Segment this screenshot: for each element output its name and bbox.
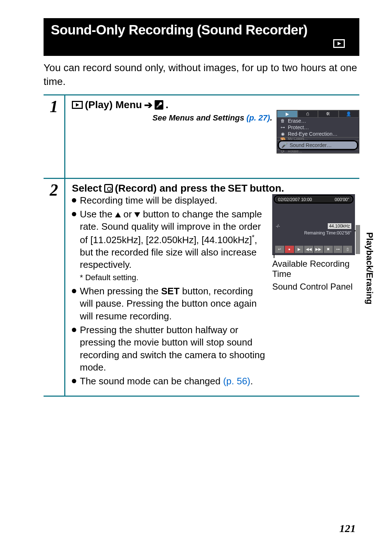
ctrl-ff-icon: ▶▶ — [314, 246, 323, 253]
ctrl-exit-icon: ↩ — [275, 246, 284, 253]
ctrl-play-icon: ▶ — [295, 246, 304, 253]
highlight-oval — [278, 140, 358, 150]
mic-icon — [155, 100, 163, 110]
menu-redeye: ◉Red-Eye Correction… — [277, 131, 359, 137]
step-1: 1 (Play) Menu ➔ . See Menus and Settings… — [44, 94, 359, 178]
bullet-5: The sound mode can be changed (p. 56). — [72, 375, 266, 387]
step1-camera-menu: ▶ ⎙ 🛠 👤 🗑Erase… ⊶Protect… ◉Red-Eye Corre… — [277, 110, 359, 154]
section-label: Playback/Erasing — [364, 232, 375, 304]
ctrl-vol-icon: ▯ — [343, 246, 352, 253]
tab-person-icon: 👤 — [339, 110, 359, 118]
bullet-2: Use the or button to change the sample r… — [72, 208, 266, 271]
ctrl-record-icon: ● — [285, 246, 294, 253]
tab-tools-icon: 🛠 — [318, 110, 339, 118]
intro-text: You can record sound only, without image… — [44, 61, 359, 89]
record-icon — [104, 184, 113, 193]
menu-protect: ⊶Protect… — [277, 124, 359, 131]
caption-available-time: Available Recording Time — [272, 259, 359, 280]
ctrl-delete-icon: ✖ — [324, 246, 333, 253]
page-title-bar: Sound-Only Recording (Sound Recorder) — [44, 18, 359, 56]
page-number: 121 — [339, 522, 356, 535]
bullet-4: Pressing the shutter button halfway or p… — [72, 324, 266, 373]
ctrl-rew-icon: ◀◀ — [304, 246, 313, 253]
tab-play-icon: ▶ — [277, 110, 298, 118]
section-tab — [356, 225, 360, 254]
step-number: 2 — [50, 181, 58, 199]
play-mode-icon — [333, 39, 345, 48]
page-56-link[interactable]: (p. 56) — [223, 376, 250, 387]
rec-khz: 44.100kHz — [328, 223, 351, 229]
caption-control-panel: Sound Control Panel — [272, 282, 359, 292]
time-highlight-oval — [274, 195, 354, 204]
step2-recorder-screen: 02/02/2007 10:00 000'00" -/- 44.100kHz R… — [272, 194, 359, 389]
step2-heading: Select (Record) and press the SET button… — [72, 183, 359, 194]
footnote: * Default setting. — [80, 272, 266, 283]
play-icon — [72, 101, 83, 109]
ctrl-lock-icon: ⊶ — [334, 246, 343, 253]
up-triangle-icon — [115, 212, 121, 217]
menu-erase: 🗑Erase… — [277, 118, 359, 124]
step-number-cell: 1 — [44, 95, 65, 178]
step1-heading: (Play) Menu ➔ . — [72, 99, 359, 111]
bullet-1: Recording time will be displayed. — [72, 194, 266, 207]
rec-track: -/- — [276, 224, 280, 229]
bullet-3: When pressing the SET button, recording … — [72, 285, 266, 322]
sound-control-panel: ↩ ● ▶ ◀◀ ▶▶ ✖ ⊶ ▯ — [275, 246, 352, 253]
step-number: 1 — [50, 97, 58, 116]
step-2: 2 Select (Record) and press the SET butt… — [44, 178, 359, 396]
step-number-cell: 2 — [44, 179, 65, 396]
rec-remaining: Remaining Time:002'58" — [304, 230, 351, 236]
page-title: Sound-Only Recording (Sound Recorder) — [51, 23, 352, 38]
down-triangle-icon — [134, 212, 140, 217]
tab-print-icon: ⎙ — [298, 110, 318, 118]
arrow-icon: ➔ — [144, 99, 152, 111]
page-27-link[interactable]: (p. 27) — [246, 113, 270, 122]
